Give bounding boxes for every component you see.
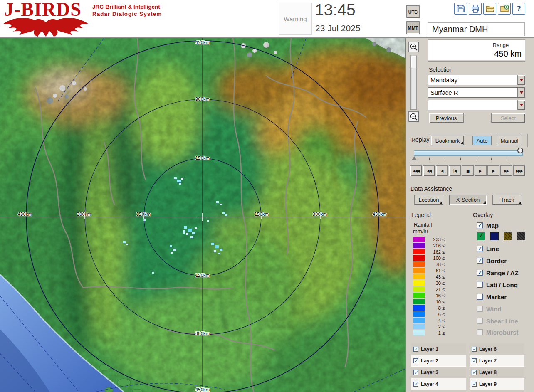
legend-item-label: 2 ≤ <box>425 324 445 329</box>
utc-toggle-button[interactable]: UTC <box>406 5 420 18</box>
export-button[interactable] <box>498 3 511 15</box>
zoom-slider-thumb[interactable] <box>411 56 416 68</box>
layer-8-checkbox[interactable] <box>472 370 477 375</box>
layer-4-item[interactable]: Layer 4 <box>411 378 466 390</box>
manual-mode-button[interactable]: Manual <box>497 136 522 145</box>
overlay-border-row[interactable]: Border <box>477 256 507 265</box>
layer-6-item[interactable]: Layer 6 <box>470 343 524 355</box>
range-az-checkbox[interactable] <box>477 270 483 276</box>
range-value: 450 km <box>477 49 523 59</box>
help-button[interactable]: ? <box>512 3 525 15</box>
chevron-down-icon[interactable] <box>517 75 525 85</box>
replay-stop-button[interactable]: ■ <box>462 165 474 176</box>
wind-checkbox <box>477 306 483 312</box>
replay-step-back-button[interactable]: |◀ <box>449 165 461 176</box>
layer-row: Layer 1 Layer 6 <box>411 343 524 355</box>
layer-1-checkbox[interactable] <box>413 347 418 352</box>
overlay-line-row[interactable]: Line <box>477 244 499 253</box>
legend-item-label: 61 ≤ <box>425 268 445 273</box>
overlay-map-row[interactable]: Map <box>477 221 499 229</box>
layer-3-item[interactable]: Layer 3 <box>411 367 466 378</box>
previous-button[interactable]: Previous <box>429 113 464 123</box>
replay-fast-rewind-button[interactable]: ◀◀ <box>423 165 435 176</box>
chevron-down-icon[interactable] <box>517 100 525 110</box>
xsection-button[interactable]: X-Section <box>449 195 487 205</box>
save-button[interactable] <box>454 3 467 15</box>
select-label: Select <box>501 115 516 121</box>
open-button[interactable] <box>483 3 496 15</box>
site-dropdown[interactable]: Mandalay <box>428 75 525 85</box>
legend-color-swatch <box>413 274 425 279</box>
legend-item-label: 1 ≤ <box>425 330 445 335</box>
timeline-ticks <box>414 158 523 160</box>
layer-9-item[interactable]: Layer 9 <box>470 378 524 390</box>
mmt-toggle-button[interactable]: MMT <box>406 21 420 34</box>
legend-item: 61 ≤ <box>413 267 445 274</box>
ring-label-450-top: 450km <box>195 40 210 45</box>
chevron-down-icon[interactable] <box>517 88 525 97</box>
marker-checkbox[interactable] <box>477 294 483 300</box>
previous-label: Previous <box>436 115 457 121</box>
map-palette-green-swatch[interactable]: ✓ <box>477 232 485 240</box>
layer-7-checkbox[interactable] <box>472 358 477 363</box>
bookmark-button[interactable]: Bookmark <box>431 136 464 145</box>
line-checkbox[interactable] <box>477 246 483 251</box>
legend-color-swatch <box>413 268 425 273</box>
select-button[interactable]: Select <box>491 113 525 123</box>
radar-map-canvas[interactable]: 450km 300km 150km 150km 300km 450km 450k… <box>0 38 405 392</box>
replay-timeline-slider[interactable] <box>414 150 523 156</box>
legend-item: 8 ≤ <box>413 305 445 311</box>
track-button[interactable]: Track <box>492 195 522 205</box>
layer-3-checkbox[interactable] <box>413 370 418 375</box>
brand-tagline-1: JRC-Brilliant & Intelligent <box>92 4 160 10</box>
control-panel: Range 450 km Selection Mandalay Surface … <box>405 38 534 392</box>
legend-item-label: 100 ≤ <box>425 256 445 261</box>
overlay-range-az-row[interactable]: Range / AZ <box>477 269 519 277</box>
warning-indicator[interactable]: Warning <box>279 3 312 35</box>
legend-color-swatch <box>413 299 425 304</box>
ring-label-300-west: 300km <box>77 212 91 217</box>
border-checkbox[interactable] <box>477 258 483 264</box>
product-dropdown[interactable]: Surface R <box>428 87 525 98</box>
zoom-in-button[interactable] <box>408 42 419 52</box>
ring-label-150-west: 150km <box>136 212 151 217</box>
print-button[interactable] <box>469 3 482 15</box>
layer-8-item[interactable]: Layer 8 <box>470 367 524 378</box>
layer-4-checkbox[interactable] <box>413 382 418 387</box>
layer-1-item[interactable]: Layer 1 <box>411 343 466 355</box>
location-button[interactable]: Location <box>414 195 443 205</box>
replay-title: Replay <box>411 136 430 143</box>
replay-jump-start-button[interactable]: ◀◀◀ <box>410 165 422 176</box>
layer-2-item[interactable]: Layer 2 <box>411 355 466 367</box>
overlay-marker-row[interactable]: Marker <box>477 293 507 301</box>
extra-dropdown[interactable] <box>428 100 525 110</box>
selection-title: Selection <box>429 67 453 73</box>
layer-7-item[interactable]: Layer 7 <box>470 355 524 367</box>
replay-fast-forward-button[interactable]: ▶▶ <box>500 165 512 176</box>
timeline-position-knob[interactable] <box>517 148 523 153</box>
map-palette-gray-swatch[interactable] <box>517 232 525 240</box>
shear-line-checkbox <box>477 318 483 324</box>
legend-item: 16 ≤ <box>413 292 445 298</box>
layer-2-checkbox[interactable] <box>413 358 418 363</box>
legend-item: 43 ≤ <box>413 274 445 280</box>
replay-jump-end-button[interactable]: ▶▶▶ <box>513 165 525 176</box>
layer-9-checkbox[interactable] <box>472 382 477 387</box>
layer-row: Layer 4 Layer 9 <box>411 378 524 390</box>
lati-long-checkbox[interactable] <box>477 282 483 288</box>
auto-mode-button[interactable]: Auto <box>472 136 492 145</box>
legend-scale: 233 ≤ 206 ≤ 162 ≤ 100 ≤ 78 ≤ 61 ≤ 43 ≤ 3… <box>413 236 445 336</box>
map-checkbox[interactable] <box>477 222 483 228</box>
map-palette-navy-swatch[interactable] <box>490 232 499 240</box>
zoom-out-button[interactable] <box>408 111 419 122</box>
legend-item-label: 233 ≤ <box>425 237 445 242</box>
legend-color-swatch <box>413 280 425 286</box>
replay-step-forward-button[interactable]: ▶| <box>475 165 487 176</box>
replay-play-back-button[interactable]: ◀ <box>436 165 448 176</box>
layer-6-checkbox[interactable] <box>472 347 477 352</box>
radar-map-area[interactable]: 450km 300km 150km 150km 300km 450km 450k… <box>0 38 405 392</box>
map-palette-olive-swatch[interactable] <box>504 232 512 240</box>
range-divider <box>475 40 475 60</box>
overlay-lati-long-row[interactable]: Lati / Long <box>477 281 518 289</box>
replay-play-button[interactable]: ▶ <box>487 165 499 176</box>
